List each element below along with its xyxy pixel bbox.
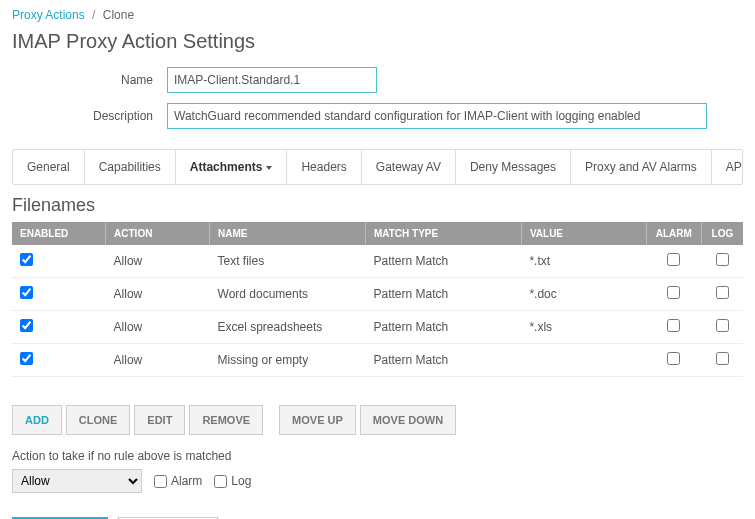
col-alarm: ALARM [646,222,701,245]
breadcrumb-sep: / [92,8,95,22]
tab-general[interactable]: General [13,150,85,184]
cell-match: Pattern Match [365,311,521,344]
alarm-checkbox[interactable] [154,475,167,488]
col-action: ACTION [106,222,210,245]
alarm-checkbox[interactable] [667,319,680,332]
cell-action: Allow [106,344,210,377]
cell-value [521,344,646,377]
tab-attachments[interactable]: Attachments [176,150,288,184]
filenames-table: ENABLED ACTION NAME MATCH TYPE VALUE ALA… [12,222,743,377]
tab-headers[interactable]: Headers [287,150,361,184]
cell-value: *.txt [521,245,646,278]
col-match: MATCH TYPE [365,222,521,245]
col-value: VALUE [521,222,646,245]
add-button[interactable]: ADD [12,405,62,435]
enabled-checkbox[interactable] [20,253,33,266]
cell-match: Pattern Match [365,278,521,311]
enabled-checkbox[interactable] [20,286,33,299]
cell-match: Pattern Match [365,245,521,278]
cell-name: Text files [210,245,366,278]
table-row[interactable]: AllowText filesPattern Match*.txt [12,245,743,278]
cell-action: Allow [106,278,210,311]
log-checkbox[interactable] [716,352,729,365]
log-checkbox[interactable] [716,286,729,299]
breadcrumb-root[interactable]: Proxy Actions [12,8,85,22]
table-row[interactable]: AllowWord documentsPattern Match*.doc [12,278,743,311]
tab-gateway-av[interactable]: Gateway AV [362,150,456,184]
edit-button[interactable]: EDIT [134,405,185,435]
log-checkbox[interactable] [716,253,729,266]
col-name: NAME [210,222,366,245]
cell-action: Allow [106,245,210,278]
enabled-checkbox[interactable] [20,352,33,365]
chevron-down-icon [266,166,272,170]
tab-capabilities[interactable]: Capabilities [85,150,176,184]
breadcrumb: Proxy Actions / Clone [12,8,743,22]
default-action-select[interactable]: Allow [12,469,142,493]
cell-match: Pattern Match [365,344,521,377]
remove-button[interactable]: REMOVE [189,405,263,435]
cell-value: *.doc [521,278,646,311]
description-label: Description [12,109,167,123]
name-field[interactable] [167,67,377,93]
name-label: Name [12,73,167,87]
alarm-checkbox-label[interactable]: Alarm [154,474,202,488]
log-checkbox[interactable] [716,319,729,332]
cell-name: Word documents [210,278,366,311]
tab-proxy-and-av-alarms[interactable]: Proxy and AV Alarms [571,150,712,184]
action-buttons: ADD CLONE EDIT REMOVE MOVE UP MOVE DOWN [12,405,743,435]
cell-name: Excel spreadsheets [210,311,366,344]
alarm-checkbox[interactable] [667,253,680,266]
cell-name: Missing or empty [210,344,366,377]
movedown-button[interactable]: MOVE DOWN [360,405,456,435]
table-row[interactable]: AllowExcel spreadsheetsPattern Match*.xl… [12,311,743,344]
table-row[interactable]: AllowMissing or emptyPattern Match [12,344,743,377]
cell-action: Allow [106,311,210,344]
tab-deny-messages[interactable]: Deny Messages [456,150,571,184]
section-title: Filenames [12,195,743,216]
log-checkbox[interactable] [214,475,227,488]
log-checkbox-label[interactable]: Log [214,474,251,488]
enabled-checkbox[interactable] [20,319,33,332]
page-title: IMAP Proxy Action Settings [12,30,743,53]
description-field[interactable] [167,103,707,129]
clone-button[interactable]: CLONE [66,405,131,435]
col-enabled: ENABLED [12,222,106,245]
alarm-checkbox[interactable] [667,286,680,299]
alarm-checkbox[interactable] [667,352,680,365]
tabs: GeneralCapabilitiesAttachmentsHeadersGat… [12,149,743,185]
col-log: LOG [701,222,743,245]
cell-value: *.xls [521,311,646,344]
tab-apt-blocker[interactable]: APT Blocker [712,150,743,184]
moveup-button[interactable]: MOVE UP [279,405,356,435]
no-rule-label: Action to take if no rule above is match… [12,449,743,463]
breadcrumb-current: Clone [103,8,134,22]
